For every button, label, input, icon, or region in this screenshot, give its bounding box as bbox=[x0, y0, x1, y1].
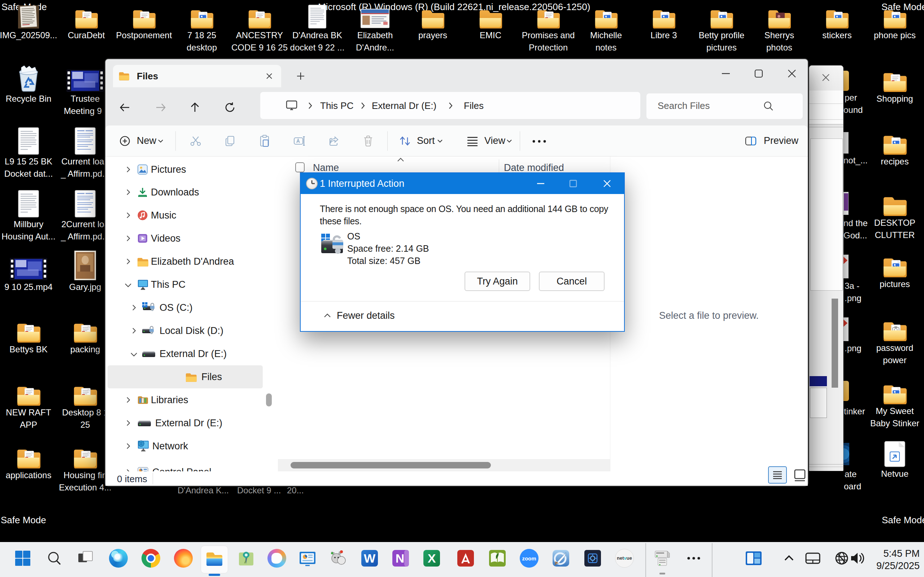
svg-text:W: W bbox=[364, 551, 376, 565]
svg-text:X: X bbox=[428, 551, 436, 565]
svg-text:N: N bbox=[396, 551, 405, 565]
